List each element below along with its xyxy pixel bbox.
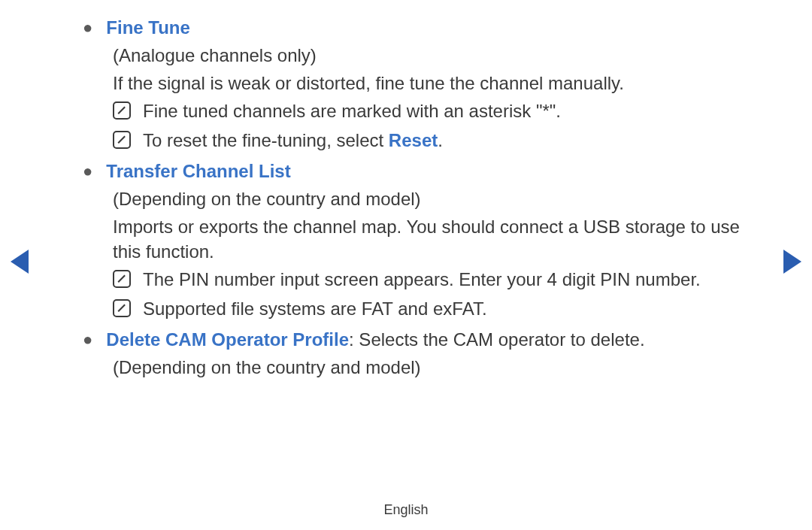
note-suffix: . xyxy=(438,130,443,150)
section-delete-cam: ● Delete CAM Operator Profile: Selects t… xyxy=(83,327,759,380)
page-content: ● Fine Tune (Analogue channels only) If … xyxy=(83,15,759,386)
note-text: Supported file systems are FAT and exFAT… xyxy=(143,296,487,321)
note-icon xyxy=(113,299,131,317)
nav-prev-icon[interactable] xyxy=(11,250,29,274)
section-title: Fine Tune xyxy=(106,15,190,40)
note-row: Supported file systems are FAT and exFAT… xyxy=(113,296,759,321)
note-text: Fine tuned channels are marked with an a… xyxy=(143,98,561,123)
note-icon xyxy=(113,270,131,288)
note-row: Fine tuned channels are marked with an a… xyxy=(113,98,759,123)
bullet-icon: ● xyxy=(83,15,92,40)
section-fine-tune: ● Fine Tune (Analogue channels only) If … xyxy=(83,15,759,153)
note-icon xyxy=(113,131,131,149)
section-subtitle: (Depending on the country and model) xyxy=(113,186,759,211)
note-icon xyxy=(113,101,131,120)
section-title-line: Delete CAM Operator Profile: Selects the… xyxy=(106,327,644,352)
note-text: The PIN number input screen appears. Ent… xyxy=(143,267,701,292)
note-row: The PIN number input screen appears. Ent… xyxy=(113,267,759,292)
section-title: Transfer Channel List xyxy=(106,159,290,183)
note-highlight: Reset xyxy=(389,130,438,150)
bullet-row: ● Fine Tune xyxy=(83,15,759,40)
bullet-row: ● Transfer Channel List xyxy=(83,159,759,183)
nav-next-icon[interactable] xyxy=(783,250,801,274)
section-subtitle: (Depending on the country and model) xyxy=(113,355,759,380)
note-prefix: To reset the fine-tuning, select xyxy=(143,130,389,150)
section-body: If the signal is weak or distorted, fine… xyxy=(113,71,759,95)
page-footer-language: English xyxy=(0,502,812,518)
section-inline-desc: : Selects the CAM operator to delete. xyxy=(349,329,645,350)
section-body: Imports or exports the channel map. You … xyxy=(113,214,759,264)
bullet-icon: ● xyxy=(83,327,92,352)
section-subtitle: (Analogue channels only) xyxy=(113,43,759,68)
section-title: Delete CAM Operator Profile xyxy=(106,329,349,350)
section-transfer-channel-list: ● Transfer Channel List (Depending on th… xyxy=(83,159,759,321)
note-text: To reset the fine-tuning, select Reset. xyxy=(143,128,443,153)
note-row: To reset the fine-tuning, select Reset. xyxy=(113,128,759,153)
bullet-row: ● Delete CAM Operator Profile: Selects t… xyxy=(83,327,759,352)
bullet-icon: ● xyxy=(83,159,92,183)
